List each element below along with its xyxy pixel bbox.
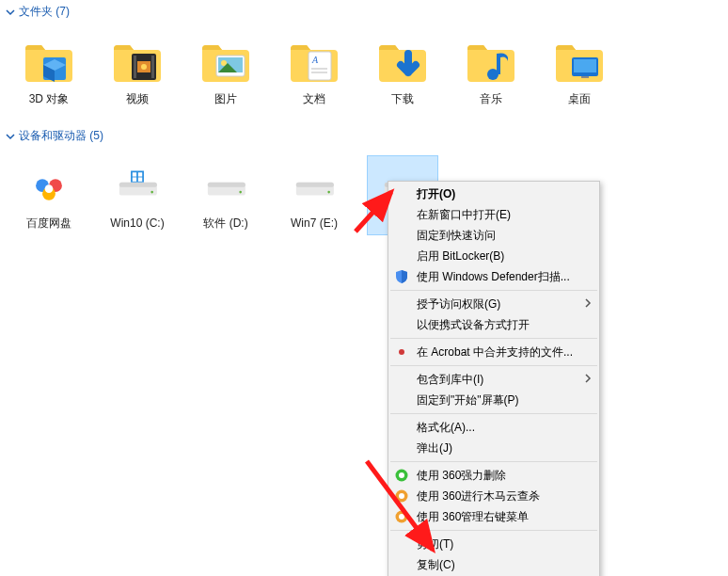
section-header-folders[interactable]: 文件夹 (7) [0, 0, 728, 24]
menu-item[interactable]: 在新窗口中打开(E) [388, 204, 599, 225]
menu-item-label: 使用 360强力删除 [417, 468, 506, 484]
menu-item[interactable]: 使用 Windows Defender扫描... [388, 266, 599, 287]
drive-icon [107, 162, 167, 211]
menu-separator [390, 461, 597, 462]
menu-separator [390, 530, 597, 531]
menu-item-label: 使用 Windows Defender扫描... [417, 269, 570, 285]
menu-item-label: 固定到"开始"屏幕(P) [417, 392, 519, 408]
svg-rect-32 [138, 172, 142, 176]
menu-item-label: 使用 360管理右键菜单 [417, 509, 529, 525]
context-menu: 打开(O)在新窗口中打开(E)固定到快速访问启用 BitLocker(B)使用 … [388, 181, 600, 576]
item-label: 桌面 [568, 92, 591, 106]
chevron-down-icon [6, 8, 15, 17]
menu-item[interactable]: 在 Acrobat 中合并支持的文件... [388, 342, 599, 362]
item-label: 百度网盘 [26, 216, 71, 231]
drive-item[interactable]: 软件 (D:) [190, 155, 261, 235]
item-label: 音乐 [480, 92, 502, 106]
menu-item-label: 在 Acrobat 中合并支持的文件... [417, 344, 573, 360]
menu-item[interactable]: 复制(C) [388, 554, 599, 575]
menu-separator [390, 413, 597, 414]
section-title: 设备和驱动器 (5) [19, 128, 103, 144]
folder-item[interactable]: 音乐 [455, 31, 527, 111]
menu-item[interactable]: 固定到快速访问 [388, 225, 599, 246]
menu-separator [390, 338, 597, 339]
chevron-right-icon [584, 297, 592, 311]
folder-item[interactable]: 视频 [102, 31, 173, 111]
section-header-drives[interactable]: 设备和驱动器 (5) [0, 124, 728, 148]
menu-item[interactable]: 固定到"开始"屏幕(P) [388, 390, 599, 410]
item-label: 软件 (D:) [203, 216, 247, 231]
menu-item[interactable]: 格式化(A)... [388, 417, 599, 438]
menu-item-label: 格式化(A)... [417, 420, 475, 436]
menu-item[interactable]: 打开(O) [388, 184, 599, 204]
menu-item-label: 使用 360进行木马云查杀 [417, 488, 540, 504]
360orange-icon [394, 509, 409, 524]
menu-item[interactable]: 使用 360进行木马云查杀 [388, 486, 599, 506]
svg-rect-34 [138, 177, 142, 181]
menu-item-label: 弹出(J) [417, 440, 452, 456]
svg-rect-31 [133, 172, 136, 176]
menu-item[interactable]: 使用 360管理右键菜单 [388, 506, 599, 527]
item-label: 图片 [214, 92, 237, 106]
item-label: 3D 对象 [29, 92, 70, 106]
drive-icon [284, 162, 344, 211]
menu-item[interactable]: 启用 BitLocker(B) [388, 246, 599, 266]
drive-icon [196, 162, 256, 211]
folder-item[interactable]: 图片 [190, 31, 261, 111]
drive-item[interactable]: Win10 (C:) [102, 155, 173, 235]
folder-icon [196, 38, 256, 87]
menu-separator [390, 365, 597, 366]
menu-item[interactable]: 弹出(J) [388, 438, 599, 458]
menu-item[interactable]: 剪切(T) [388, 534, 599, 554]
item-label: Win7 (E:) [291, 216, 338, 231]
item-label: 视频 [126, 92, 149, 106]
menu-item-label: 包含到库中(I) [417, 372, 483, 388]
menu-item-label: 复制(C) [417, 557, 455, 573]
chevron-down-icon [6, 132, 15, 141]
item-label: Win10 (C:) [110, 216, 164, 231]
menu-separator [390, 290, 597, 291]
item-label: 文档 [303, 92, 325, 106]
menu-item-label: 在新窗口中打开(E) [417, 207, 511, 223]
menu-item-label: 固定到快速访问 [417, 228, 496, 244]
menu-item-label: 剪切(T) [417, 536, 453, 552]
folders-grid: 3D 对象 视频 图片 文档 下载 音乐 桌面 [0, 24, 728, 124]
drive-icon [19, 162, 79, 211]
item-label: 下载 [391, 92, 414, 106]
svg-rect-33 [133, 177, 136, 181]
360orange-icon [394, 488, 409, 504]
folder-item[interactable]: 文档 [278, 31, 350, 111]
menu-item[interactable]: 授予访问权限(G) [388, 294, 599, 314]
chevron-right-icon [584, 373, 592, 386]
folder-icon [284, 38, 344, 87]
drive-item[interactable]: Win7 (E:) [278, 155, 350, 235]
acrobat-icon [394, 344, 409, 360]
folder-icon [107, 38, 167, 87]
shield-icon [394, 269, 409, 284]
section-title: 文件夹 (7) [19, 4, 70, 20]
menu-item-label: 启用 BitLocker(B) [417, 248, 504, 264]
menu-item[interactable]: 使用 360强力删除 [388, 465, 599, 486]
folder-icon [461, 38, 521, 87]
menu-item-label: 打开(O) [417, 186, 455, 202]
folder-item[interactable]: 3D 对象 [13, 31, 85, 111]
folder-icon [372, 38, 433, 87]
360green-icon [394, 468, 409, 483]
menu-item-label: 授予访问权限(G) [417, 296, 500, 312]
menu-item[interactable]: 包含到库中(I) [388, 369, 599, 390]
folder-icon [19, 38, 79, 87]
folder-item[interactable]: 桌面 [544, 31, 615, 111]
folder-item[interactable]: 下载 [367, 31, 438, 111]
menu-item-label: 以便携式设备方式打开 [417, 317, 530, 333]
drives-grid: 百度网盘 Win10 (C:) 软件 (D:) Win7 (E:) U 盘 [0, 148, 728, 248]
menu-item[interactable]: 以便携式设备方式打开 [388, 314, 599, 335]
drive-item[interactable]: 百度网盘 [13, 155, 85, 235]
folder-icon [549, 38, 609, 87]
